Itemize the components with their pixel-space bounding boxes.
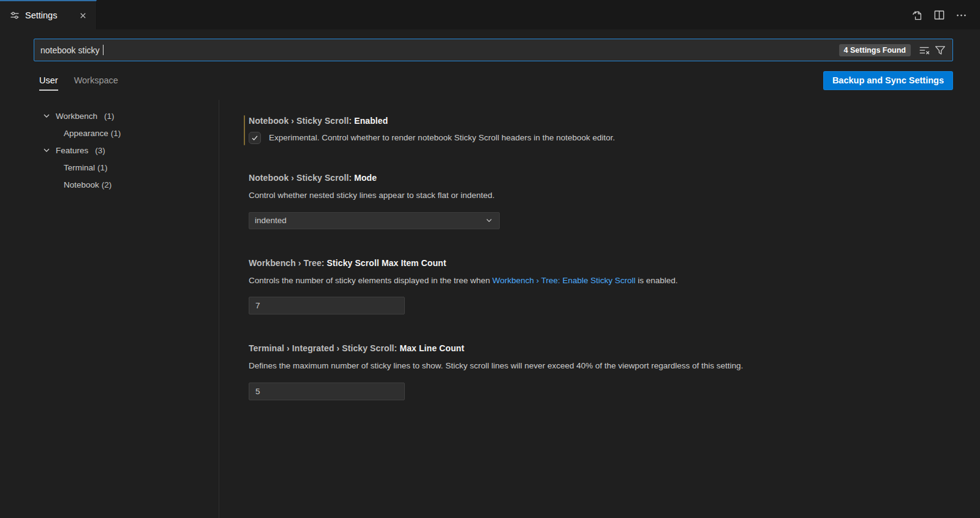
setting-mode-dropdown[interactable]: indented [249, 212, 500, 229]
setting-description: Experimental. Control whether to render … [269, 132, 615, 144]
setting-number-input[interactable] [249, 383, 405, 400]
setting-notebook-sticky-scroll-mode: Notebook › Sticky Scroll: Mode Control w… [239, 170, 956, 233]
toc-item-count: (3) [95, 146, 105, 155]
editor-tab-strip: Settings [0, 0, 980, 29]
more-actions-icon[interactable] [953, 7, 969, 23]
setting-tree-sticky-scroll-max-item-count: Workbench › Tree: Sticky Scroll Max Item… [239, 255, 956, 319]
toc-item-label: Notebook [64, 180, 99, 189]
toc-item-label: Features [56, 146, 88, 155]
toc-item-label: Terminal [64, 163, 95, 172]
toc-item-appearance[interactable]: Appearance (1) [0, 124, 219, 142]
settings-editor-body: Workbench (1) Appearance (1) Features (3… [0, 100, 980, 518]
clear-search-results-icon[interactable] [917, 43, 932, 58]
text-cursor [103, 45, 104, 55]
filter-settings-icon[interactable] [933, 43, 948, 58]
editor-actions [909, 0, 980, 29]
tab-settings[interactable]: Settings [0, 0, 97, 29]
setting-title: Terminal › Integrated › Sticky Scroll: M… [249, 343, 956, 353]
search-query-text: notebook sticky [40, 45, 100, 55]
tab-user[interactable]: User [39, 70, 58, 91]
settings-sliders-icon [10, 10, 20, 20]
settings-search-input[interactable]: notebook sticky 4 Settings Found [34, 39, 953, 61]
tab-workspace[interactable]: Workspace [74, 70, 118, 91]
setting-title: Notebook › Sticky Scroll: Mode [249, 173, 956, 183]
settings-list: Notebook › Sticky Scroll: Enabled Experi… [219, 100, 980, 518]
chevron-down-icon[interactable] [42, 111, 51, 121]
backup-sync-settings-button[interactable]: Backup and Sync Settings [823, 71, 953, 90]
split-editor-icon[interactable] [931, 7, 947, 23]
settings-toc: Workbench (1) Appearance (1) Features (3… [0, 100, 219, 518]
setting-checkbox-checked[interactable] [249, 132, 261, 144]
toc-item-count: (2) [102, 180, 112, 189]
setting-description: Defines the maximum number of sticky lin… [249, 360, 956, 372]
toc-item-features[interactable]: Features (3) [0, 142, 219, 159]
toc-item-count: (1) [97, 163, 108, 172]
toc-item-label: Appearance [64, 129, 108, 138]
toc-item-terminal[interactable]: Terminal (1) [0, 159, 219, 176]
dropdown-selected-value: indented [255, 216, 484, 225]
toc-item-workbench[interactable]: Workbench (1) [0, 107, 219, 124]
close-tab-icon[interactable] [77, 10, 89, 21]
toc-item-count: (1) [104, 112, 115, 121]
setting-number-input[interactable] [249, 297, 405, 314]
toc-item-notebook[interactable]: Notebook (2) [0, 176, 219, 193]
open-settings-json-icon[interactable] [909, 7, 925, 23]
chevron-down-icon [484, 216, 494, 225]
setting-notebook-sticky-scroll-enabled: Notebook › Sticky Scroll: Enabled Experi… [239, 113, 956, 148]
settings-scope-row: User Workspace Backup and Sync Settings [39, 61, 953, 100]
toc-item-count: (1) [111, 129, 121, 138]
setting-description: Controls the number of sticky elements d… [249, 275, 956, 287]
toc-item-label: Workbench [56, 112, 97, 121]
tab-title: Settings [25, 10, 72, 20]
setting-terminal-sticky-scroll-max-line-count: Terminal › Integrated › Sticky Scroll: M… [239, 340, 956, 404]
setting-link-enable-sticky-scroll[interactable]: Workbench › Tree: Enable Sticky Scroll [492, 276, 636, 285]
setting-description: Control whether nested sticky lines appe… [249, 189, 956, 202]
chevron-down-icon[interactable] [42, 145, 51, 155]
setting-title: Notebook › Sticky Scroll: Enabled [249, 116, 956, 126]
setting-title: Workbench › Tree: Sticky Scroll Max Item… [249, 258, 956, 268]
settings-found-badge: 4 Settings Found [839, 44, 911, 56]
